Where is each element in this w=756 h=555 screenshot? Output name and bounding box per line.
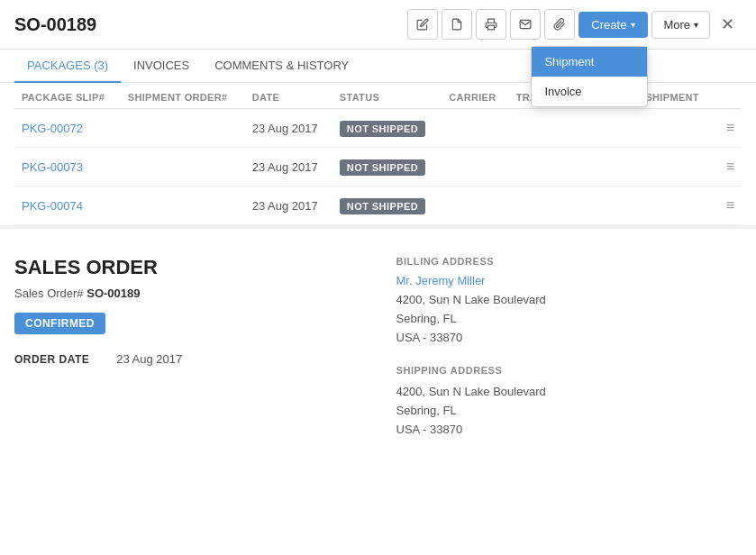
row-menu-1[interactable]: ≡ (716, 148, 742, 187)
date-shipment-cell-1 (590, 148, 716, 187)
status-badge-1: NOT SHIPPED (340, 159, 425, 176)
table-row: PKG-00073 23 Aug 2017 NOT SHIPPED ≡ (14, 148, 742, 187)
status-cell-2: NOT SHIPPED (332, 187, 442, 225)
col-date: DATE (245, 83, 332, 109)
table-row: PKG-00074 23 Aug 2017 NOT SHIPPED ≡ (14, 187, 742, 225)
page-title: SO-00189 (14, 14, 407, 35)
page-header: SO-00189 (0, 0, 756, 50)
order-date-label: ORDER DATE (14, 353, 89, 366)
date-cell-0: 23 Aug 2017 (245, 109, 332, 148)
status-cell-1: NOT SHIPPED (332, 148, 442, 187)
sales-order-section: SALES ORDER Sales Order# SO-00189 CONFIR… (0, 225, 756, 476)
attach-button[interactable] (544, 9, 575, 40)
billing-address-line3: USA - 33870 (396, 329, 742, 348)
carrier-cell-1 (442, 148, 509, 187)
pkg-link-cell[interactable]: PKG-00073 (14, 148, 121, 187)
shipment-order-cell-1 (121, 148, 245, 187)
table-row: PKG-00072 23 Aug 2017 NOT SHIPPED ≡ (14, 109, 742, 148)
dropdown-item-shipment[interactable]: Shipment (532, 47, 647, 77)
order-date-row: ORDER DATE 23 Aug 2017 (14, 352, 360, 366)
shipment-order-cell-0 (121, 109, 245, 148)
tracking-cell-0 (509, 109, 591, 148)
create-dropdown-container: Create ▾ Shipment Invoice (578, 12, 648, 38)
tracking-cell-2 (509, 187, 591, 225)
col-package-slip: PACKAGE SLIP# (14, 83, 121, 109)
more-caret-icon: ▾ (694, 20, 698, 30)
shipping-address-line2: Sebring, FL (396, 402, 742, 421)
billing-address-line1: 4200, Sun N Lake Boulevard (396, 291, 742, 310)
tracking-cell-1 (509, 148, 591, 187)
date-cell-2: 23 Aug 2017 (245, 187, 332, 225)
date-cell-1: 23 Aug 2017 (245, 148, 332, 187)
date-shipment-cell-0 (590, 109, 716, 148)
status-badge-2: NOT SHIPPED (340, 198, 425, 214)
carrier-cell-2 (442, 187, 509, 225)
billing-address-title: BILLING ADDRESS (396, 256, 742, 267)
order-date-value: 23 Aug 2017 (116, 352, 182, 366)
pkg-link-0[interactable]: PKG-00072 (22, 122, 83, 135)
create-button[interactable]: Create ▾ (578, 12, 648, 38)
sales-order-right: BILLING ADDRESS Mr. Jeremy Miller 4200, … (396, 256, 742, 458)
svg-rect-0 (488, 25, 495, 30)
shipping-address-line3: USA - 33870 (396, 421, 742, 440)
tab-comments[interactable]: COMMENTS & HISTORY (202, 50, 361, 83)
pkg-link-1[interactable]: PKG-00073 (22, 160, 83, 174)
edit-button[interactable] (407, 9, 438, 40)
more-button-label: More (663, 18, 690, 32)
create-dropdown-menu: Shipment Invoice (531, 46, 648, 107)
sales-order-number-row: Sales Order# SO-00189 (14, 287, 360, 300)
shipping-address-section: SHIPPING ADDRESS 4200, Sun N Lake Boulev… (396, 365, 742, 439)
email-button[interactable] (510, 9, 541, 40)
more-button[interactable]: More ▾ (651, 11, 710, 39)
tab-invoices[interactable]: INVOICES (121, 50, 202, 83)
close-button[interactable]: ✕ (714, 11, 742, 38)
header-actions: Create ▾ Shipment Invoice More ▾ ✕ (407, 9, 742, 40)
create-caret-icon: ▾ (631, 20, 635, 30)
billing-address-section: BILLING ADDRESS Mr. Jeremy Miller 4200, … (396, 256, 742, 347)
carrier-cell-0 (442, 109, 509, 148)
col-shipment-order: SHIPMENT ORDER# (121, 83, 245, 109)
create-button-label: Create (591, 18, 626, 32)
row-menu-2[interactable]: ≡ (716, 187, 742, 225)
sales-order-title: SALES ORDER (14, 256, 360, 279)
pkg-link-cell[interactable]: PKG-00074 (14, 187, 121, 225)
shipping-address-title: SHIPPING ADDRESS (396, 365, 742, 376)
status-cell-0: NOT SHIPPED (332, 109, 442, 148)
billing-address-name[interactable]: Mr. Jeremy Miller (396, 274, 742, 287)
row-menu-0[interactable]: ≡ (716, 109, 742, 148)
col-actions (716, 83, 742, 109)
sales-order-left: SALES ORDER Sales Order# SO-00189 CONFIR… (14, 256, 360, 458)
tab-packages[interactable]: PACKAGES (3) (14, 50, 121, 83)
billing-address-line2: Sebring, FL (396, 310, 742, 329)
document-button[interactable] (442, 9, 472, 40)
dropdown-item-invoice[interactable]: Invoice (532, 77, 647, 106)
print-button[interactable] (476, 9, 506, 40)
shipping-address-line1: 4200, Sun N Lake Boulevard (396, 383, 742, 402)
date-shipment-cell-2 (590, 187, 716, 225)
shipment-order-cell-2 (121, 187, 245, 225)
col-carrier: CARRIER (442, 83, 509, 109)
sales-order-number: SO-00189 (87, 287, 140, 300)
confirmed-badge: CONFIRMED (14, 313, 105, 334)
sales-order-label: Sales Order# (14, 287, 84, 300)
pkg-link-2[interactable]: PKG-00074 (22, 199, 83, 213)
status-badge-0: NOT SHIPPED (340, 121, 425, 137)
col-status: STATUS (332, 83, 442, 109)
pkg-link-cell[interactable]: PKG-00072 (14, 109, 121, 148)
